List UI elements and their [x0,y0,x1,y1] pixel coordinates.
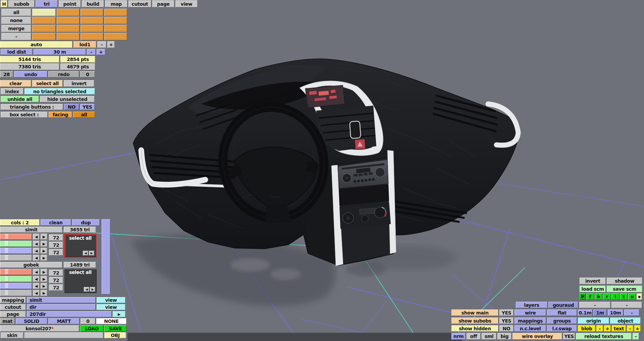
subob-grid-cell[interactable] [32,25,56,32]
slider-left-button[interactable]: ◀ [33,283,40,289]
grid-dash-button[interactable]: - [624,309,639,316]
mappings-button[interactable]: mappings [515,318,546,324]
slider-right-button[interactable]: ▶ [41,248,47,254]
nrm-big-button[interactable]: big [497,333,512,340]
subob-grid-cell[interactable] [104,17,127,24]
redo-button[interactable]: redo [48,71,79,77]
mapping-value[interactable]: simit [27,297,96,303]
slider-right-button[interactable]: ▶ [41,234,47,240]
mat-matt-button[interactable]: MATT [48,318,79,324]
triangle-buttons-no[interactable]: NO [64,104,79,110]
subob-grid-cell[interactable] [57,17,79,24]
object-button[interactable]: object [610,318,641,324]
slider-right-button[interactable]: ▶ [41,290,47,296]
color-slider[interactable] [0,269,32,275]
mat-number[interactable]: 0 [80,318,95,324]
origin-button[interactable]: origin [578,318,609,324]
clear-button[interactable]: clear [0,80,31,87]
subob-row-none[interactable]: none [1,17,31,24]
cutout-view-button[interactable]: view [97,304,125,310]
mat-solid-button[interactable]: SOLID [16,318,47,324]
blob-button[interactable]: blob [578,325,595,332]
show-hidden-button[interactable]: show hidden [451,325,498,332]
blob-plus-button[interactable]: + [604,325,611,332]
subob-grid-cell[interactable] [104,25,127,32]
subob-row-all[interactable]: all [1,9,31,16]
box-next-button[interactable]: ▶ [89,251,94,255]
cols-button[interactable]: cols : 2 [0,219,40,226]
flat-button[interactable]: flat [547,309,577,316]
invert-button[interactable]: invert [64,80,94,87]
layers-dash-button[interactable]: - [579,302,610,308]
nrm-off-button[interactable]: off [467,333,481,340]
lrswap-button[interactable]: l.r.swap [547,325,577,332]
group-select-all-box[interactable]: select all ◀ ▶ [64,269,97,293]
menu-item-subob[interactable]: subob [8,0,35,7]
color-slider[interactable] [0,276,32,282]
slider-left-button[interactable]: ◀ [33,255,40,261]
slider-right-button[interactable]: ▶ [41,255,47,261]
lod-minus-button[interactable]: - [97,41,106,48]
text-minus-button[interactable]: - [627,325,633,332]
lod-dist-minus[interactable]: - [87,49,96,55]
lod1-button[interactable]: lod1 [73,41,96,48]
text-button[interactable]: text [612,325,626,332]
obj-button[interactable]: OBJ [104,332,126,338]
subob-grid-cell[interactable] [104,9,127,16]
clean-button[interactable]: clean [41,219,71,226]
color-slider[interactable] [0,241,32,247]
view-right-button[interactable]: r [603,293,611,300]
shadow-button[interactable]: shadow [607,278,642,284]
view-left-button[interactable]: l [611,293,619,300]
skin-field[interactable] [24,332,103,338]
group-name[interactable]: simit [0,227,62,233]
skin-button[interactable]: skin [1,332,23,338]
view-back-button[interactable]: b [595,293,602,300]
subob-grid-cell[interactable] [32,17,56,24]
show-hidden-toggle[interactable]: NO [499,325,514,332]
save-scm-button[interactable]: save scm [607,286,642,292]
page-value[interactable]: 207dir [27,311,112,317]
lod-plus-button[interactable]: + [107,41,115,48]
groups-scrollbar[interactable] [102,219,110,294]
menu-item-H[interactable]: H [1,0,7,7]
lod-auto-button[interactable]: auto [0,41,72,48]
wire-overlay-button[interactable]: wire overlay [513,333,562,340]
select-all-label[interactable]: select all [64,269,97,275]
slider-right-button[interactable]: ▶ [41,269,47,275]
subob-grid-cell[interactable] [80,33,103,40]
triangle-buttons-yes[interactable]: YES [80,104,95,110]
box-next-button[interactable]: ▶ [90,287,95,292]
wire-overlay-toggle[interactable]: YES [563,333,575,340]
subob-grid-cell[interactable] [80,25,103,32]
layers-dash2-button[interactable]: - [611,302,642,308]
nrm-button[interactable]: nrm [451,333,466,340]
cutout-value[interactable]: dir [27,304,96,310]
menu-item-point[interactable]: point [59,0,81,7]
color-slider[interactable] [0,283,32,289]
blob-minus-button[interactable]: - [596,325,603,332]
menu-item-page[interactable]: page [152,0,174,7]
view-under-button[interactable]: u [628,293,636,300]
file-name[interactable]: konsol207* [0,325,79,332]
subob-grid-cell[interactable] [80,9,103,16]
select-all-label[interactable]: select all [65,235,96,241]
subob-grid-cell[interactable] [57,9,79,16]
color-slider[interactable] [0,234,32,240]
mapping-view-button[interactable]: view [97,297,125,303]
groups-button[interactable]: groups [547,318,577,324]
slider-left-button[interactable]: ◀ [33,269,40,275]
layers-button[interactable]: layers [516,302,547,308]
subob-grid-cell[interactable] [57,33,79,40]
select-all-button[interactable]: select all [32,80,63,87]
color-slider[interactable] [0,255,32,261]
slider-left-button[interactable]: ◀ [33,276,40,282]
menu-item-view[interactable]: view [175,0,198,7]
menu-item-tri-active[interactable]: tri [36,0,58,7]
subob-row-merge[interactable]: merge [1,25,31,32]
show-main-toggle[interactable]: YES [499,309,514,316]
undo-button[interactable]: undo [14,71,47,77]
view-top-button[interactable]: t [620,293,628,300]
slider-right-button[interactable]: ▶ [41,276,47,282]
nclevel-button[interactable]: n.c.level [515,325,546,332]
